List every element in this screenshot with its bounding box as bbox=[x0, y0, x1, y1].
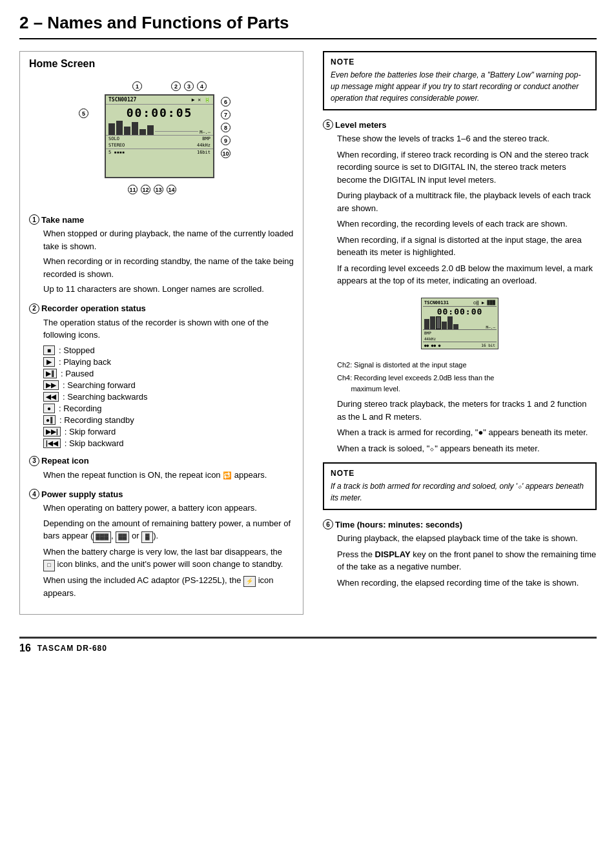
item3-title: Repeat icon bbox=[41, 456, 89, 466]
num-3: 3 bbox=[29, 456, 39, 466]
item6-body: During playback, the elapsed playback ti… bbox=[337, 532, 597, 589]
num-6: 6 bbox=[323, 519, 333, 529]
page-number: 16 bbox=[19, 642, 31, 654]
sub-lcd-dots: ●● ●● ● bbox=[424, 343, 440, 347]
icon-bwd-symbol: ◀◀ bbox=[43, 392, 59, 402]
chapter-title: 2 – Names and Functions of Parts bbox=[19, 13, 597, 39]
icon-stop-symbol: ■ bbox=[43, 345, 55, 355]
icon-ac: ⚡ bbox=[243, 576, 256, 588]
item-time: 6 Time (hours: minutes: seconds) During … bbox=[323, 519, 597, 589]
item5-title: Level meters bbox=[335, 120, 387, 130]
icon-bat-low: □ bbox=[43, 560, 55, 571]
sub-lcd-bit: 16 bit bbox=[481, 343, 495, 347]
item6-title: Time (hours: minutes: seconds) bbox=[335, 520, 462, 529]
icon-rec-standby: ●‖ : Recording standby bbox=[43, 415, 294, 425]
ann-4: 4 bbox=[197, 81, 207, 91]
ann-6: 6 bbox=[221, 97, 231, 107]
lcd-rate: 44kHz bbox=[197, 143, 210, 148]
num-4: 4 bbox=[29, 489, 39, 499]
item-take-name: 1 Take name When stopped or during playb… bbox=[29, 214, 294, 296]
ann-13: 13 bbox=[154, 185, 163, 194]
item5-body2: During stereo track playback, the meters… bbox=[337, 398, 597, 455]
sub-lcd-status: ○‖ ▶ ▓▓▓ bbox=[473, 300, 495, 305]
icon-stopped: ■ : Stopped bbox=[43, 345, 294, 355]
brand-name: TASCAM DR-680 bbox=[37, 644, 107, 653]
ch-labels: Ch2: Signal is distorted at the input st… bbox=[337, 360, 597, 395]
icon-bat1: ▓ bbox=[141, 531, 153, 543]
note-box-2: NOTE If a track is both armed for record… bbox=[323, 462, 597, 510]
lcd-status: ▶ ✕ 🔋 bbox=[192, 97, 210, 103]
ann-1: 1 bbox=[132, 81, 142, 91]
sub-lcd-bottom: ●● ●● ● 16 bit bbox=[423, 342, 497, 348]
item-repeat: 3 Repeat icon When the repeat function i… bbox=[29, 456, 294, 482]
note1-text: Even before the batteries lose their cha… bbox=[331, 69, 589, 104]
sub-lcd-takename: TSCN00131 bbox=[424, 300, 449, 305]
ann-3: 3 bbox=[184, 81, 194, 91]
icon-fwd: ▶▶ : Searching forward bbox=[43, 380, 294, 390]
item2-title: Recorder operation status bbox=[41, 303, 146, 313]
note2-label: NOTE bbox=[331, 469, 589, 478]
icon-skip-fwd: ▶▶| : Skip forward bbox=[43, 427, 294, 436]
item-recorder-status: 2 Recorder operation status The operatio… bbox=[29, 303, 294, 448]
icon-playing: ▶ : Playing back bbox=[43, 357, 294, 367]
left-column: Home Screen TSCN00127 ▶ ✕ 🔋 00:00:05 bbox=[19, 51, 303, 624]
item4-body: When operating on battery power, a batte… bbox=[43, 502, 294, 600]
lcd-bottom-left: 5 ▪▪▪▪ bbox=[108, 150, 125, 155]
note2-text: If a track is both armed for recording a… bbox=[331, 480, 589, 504]
num-1: 1 bbox=[29, 214, 39, 225]
sub-lcd-bmp: BMP bbox=[424, 331, 431, 335]
item1-title: Take name bbox=[41, 215, 84, 225]
sub-lcd-bars: M—.— bbox=[423, 316, 497, 329]
ann-9: 9 bbox=[221, 136, 231, 145]
lcd-time: 00:00:05 bbox=[106, 105, 213, 121]
note-box-1: NOTE Even before the batteries lose thei… bbox=[323, 51, 597, 110]
lcd-stereo: STEREO bbox=[108, 143, 125, 148]
ann-10: 10 bbox=[221, 149, 231, 158]
icon-bat2: ▓▓ bbox=[116, 531, 129, 543]
footer: 16 TASCAM DR-680 bbox=[19, 637, 597, 654]
icon-skip-bwd: |◀◀ : Skip backward bbox=[43, 438, 294, 448]
ann-12: 12 bbox=[141, 185, 150, 194]
ann-14: 14 bbox=[167, 185, 176, 194]
sub-lcd: TSCN00131 ○‖ ▶ ▓▓▓ 00:00:00 M—.— bbox=[421, 298, 498, 349]
item-level-meters: 5 Level meters These show the levels of … bbox=[323, 119, 597, 455]
ann-7: 7 bbox=[221, 110, 231, 119]
icon-play-symbol: ▶ bbox=[43, 357, 55, 367]
icon-skipbwd-symbol: |◀◀ bbox=[43, 438, 61, 448]
icon-bat3: ▓▓▓ bbox=[93, 531, 111, 543]
icon-pause-symbol: ▶‖ bbox=[43, 369, 57, 378]
note1-label: NOTE bbox=[331, 57, 589, 67]
lcd-bit: 16bit bbox=[197, 150, 210, 155]
lcd-solo: SOLO bbox=[108, 136, 119, 141]
icon-fwd-symbol: ▶▶ bbox=[43, 380, 59, 390]
lcd-m-label: M—.— bbox=[200, 130, 210, 135]
sub-lcd-m: M—.— bbox=[486, 325, 495, 329]
lcd-bmp: BMP bbox=[202, 136, 210, 141]
sub-lcd-info: BMP bbox=[423, 329, 497, 336]
ann-8: 8 bbox=[221, 123, 231, 132]
num-2: 2 bbox=[29, 303, 39, 314]
item3-body: When the repeat function is ON, the repe… bbox=[43, 469, 294, 482]
lcd-diagram: TSCN00127 ▶ ✕ 🔋 00:00:05 bbox=[29, 76, 294, 205]
ann-11: 11 bbox=[128, 185, 138, 194]
sub-lcd-container: TSCN00131 ○‖ ▶ ▓▓▓ 00:00:00 M—.— bbox=[323, 292, 597, 354]
ann-5: 5 bbox=[79, 108, 88, 118]
icon-rec-symbol: ● bbox=[43, 404, 55, 413]
icon-skipfwd-symbol: ▶▶| bbox=[43, 427, 61, 436]
icon-rec: ● : Recording bbox=[43, 404, 294, 413]
item5-body: These show the levels of tracks 1–6 and … bbox=[337, 132, 597, 287]
item-power: 4 Power supply status When operating on … bbox=[29, 489, 294, 600]
right-column: NOTE Even before the batteries lose thei… bbox=[323, 51, 597, 624]
icon-paused: ▶‖ : Paused bbox=[43, 369, 294, 378]
icon-bwd: ◀◀ : Searching backwards bbox=[43, 392, 294, 402]
lcd-take-name: TSCN00127 bbox=[108, 97, 136, 103]
sub-lcd-time: 00:00:00 bbox=[423, 307, 497, 316]
lcd-level-bars: M—.— bbox=[106, 121, 213, 135]
ann-2: 2 bbox=[171, 81, 181, 91]
icon-recstandby-symbol: ●‖ bbox=[43, 415, 56, 425]
num-5: 5 bbox=[323, 119, 333, 130]
lcd-screen: TSCN00127 ▶ ✕ 🔋 00:00:05 bbox=[105, 94, 214, 178]
item2-intro: The operation status of the recorder is … bbox=[43, 316, 294, 342]
sub-lcd-rate-val: 44kHz bbox=[424, 336, 436, 341]
item1-body: When stopped or during playback, the nam… bbox=[43, 227, 294, 296]
